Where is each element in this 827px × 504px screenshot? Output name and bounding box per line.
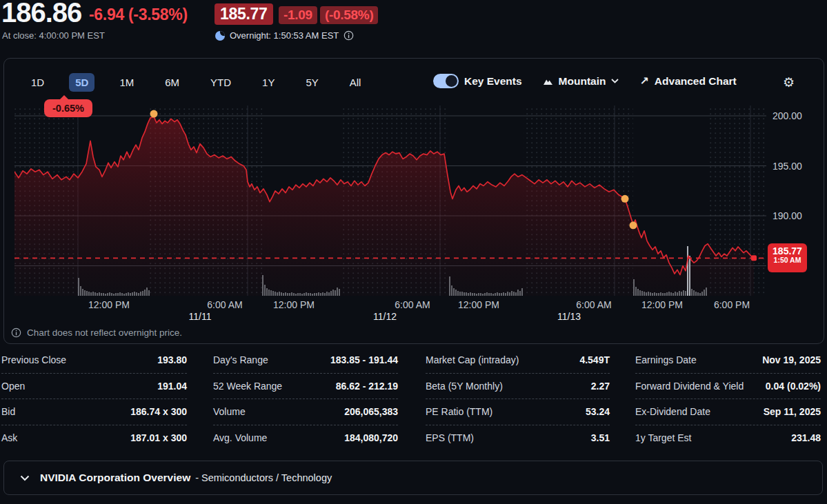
stat-label: Avg. Volume (213, 432, 267, 443)
x-axis-label: 12:00 PM (458, 299, 499, 310)
stat-value: 187.01 x 300 (130, 432, 187, 443)
stat-row-pe-ratio-ttm-: PE Ratio (TTM)53.24 (426, 399, 610, 425)
stat-row-ask: Ask187.01 x 300 (1, 425, 187, 452)
chart-footnote-text: Chart does not reflect overnight price. (27, 327, 182, 338)
regular-market-change: -6.94 (-3.58%) (89, 6, 188, 24)
x-axis-label: 6:00 AM (207, 299, 242, 310)
stat-label: Previous Close (1, 354, 66, 365)
stat-row-ex-dividend-date: Ex-Dividend DateSep 11, 2025 (635, 399, 821, 425)
at-close-time: At close: 4:00:00 PM EST (2, 30, 105, 41)
stat-label: Ex-Dividend Date (635, 406, 710, 417)
y-axis-label: 190.00 (773, 210, 802, 221)
x-axis-label: 12:00 PM (88, 299, 130, 310)
range-tab-5d[interactable]: 5D (69, 73, 94, 92)
overnight-time-label: Overnight: 1:50:53 AM EST (230, 30, 339, 41)
stat-value: 53.24 (586, 406, 610, 417)
key-events-toggle[interactable] (433, 74, 459, 88)
stat-value: 231.48 (791, 432, 821, 443)
range-tabs: 1D5D1M6MYTD1Y5YAll (25, 73, 367, 92)
stat-label: 52 Week Range (213, 381, 282, 392)
stat-row-day-s-range: Day's Range183.85 - 191.44 (213, 347, 398, 374)
stat-label: EPS (TTM) (426, 432, 474, 443)
range-tab-ytd[interactable]: YTD (204, 73, 237, 92)
last-price-marker (751, 255, 757, 261)
chart-type-dropdown[interactable]: Mountain (543, 75, 619, 88)
chart-type-label: Mountain (559, 75, 606, 88)
y-axis-label: 195.00 (773, 161, 802, 172)
stat-label: Bid (1, 406, 15, 417)
stat-row-open: Open191.04 (1, 374, 187, 400)
stat-value: 193.80 (157, 354, 187, 365)
page: 186.86 -6.94 (-3.58%) 185.77 -1.09 (-0.5… (0, 0, 827, 504)
x-axis-label: 12:00 PM (273, 299, 315, 310)
key-event-marker[interactable] (621, 195, 629, 203)
current-price: 185.77 (768, 246, 807, 256)
toggle-knob (446, 75, 457, 87)
key-event-marker[interactable] (150, 110, 158, 118)
stat-value: 186.74 x 300 (130, 406, 187, 417)
range-tab-6m[interactable]: 6M (159, 73, 186, 92)
x-axis-label: 6:00 AM (395, 299, 430, 310)
stat-row-forward-dividend-yield: Forward Dividend & Yield0.04 (0.02%) (635, 374, 821, 400)
stat-value: 191.04 (157, 381, 187, 392)
range-tab-1y[interactable]: 1Y (256, 73, 281, 92)
overnight-change: -1.09 (279, 6, 317, 24)
stat-row-1y-target-est: 1y Target Est231.48 (635, 425, 821, 452)
stat-label: Forward Dividend & Yield (635, 381, 744, 392)
stat-value: 206,065,383 (344, 406, 398, 417)
company-overview-bar[interactable]: NVIDIA Corporation Overview - Semiconduc… (3, 461, 823, 495)
stat-label: Volume (213, 406, 246, 417)
overview-subtitle: - Semiconductors / Technology (195, 472, 332, 483)
key-events-control[interactable]: Key Events (433, 74, 522, 88)
stats-column: Previous Close193.80Open191.04Bid186.74 … (1, 347, 187, 451)
stat-label: Open (1, 381, 25, 392)
price-chart-svg (14, 99, 766, 299)
advanced-chart-label: Advanced Chart (655, 75, 737, 88)
range-tab-1d[interactable]: 1D (25, 73, 50, 92)
chevron-down-icon[interactable] (20, 475, 30, 481)
stat-row-eps-ttm-: EPS (TTM)3.51 (426, 425, 610, 452)
x-axis-date-label: 11/12 (373, 311, 397, 322)
overview-title: NVIDIA Corporation Overview (40, 472, 190, 484)
stat-label: Beta (5Y Monthly) (426, 381, 503, 392)
gear-icon[interactable]: ⚙ (783, 74, 795, 90)
stats-column: Earnings DateNov 19, 2025Forward Dividen… (635, 347, 821, 451)
stat-row-avg-volume: Avg. Volume184,080,720 (213, 425, 398, 452)
x-axis-date-label: 11/11 (189, 311, 212, 322)
x-axis-date-label: 11/13 (557, 311, 581, 322)
diagonal-arrow-icon: ↗ (639, 74, 648, 88)
regular-market-price: 186.86 (1, 0, 81, 28)
stat-label: 1y Target Est (635, 432, 691, 443)
range-tab-1m[interactable]: 1M (113, 73, 140, 92)
stat-label: Ask (1, 432, 17, 443)
crescent-moon-icon (215, 31, 225, 41)
stat-value: 86.62 - 212.19 (336, 381, 398, 392)
stat-value: 3.51 (591, 432, 610, 443)
stat-value: Sep 11, 2025 (764, 406, 821, 417)
range-tab-all[interactable]: All (343, 73, 368, 92)
chart-card: 1D5D1M6MYTD1Y5YAll Key Events Mountain ↗… (3, 58, 824, 344)
current-price-tag: 185.77 1:50 AM (768, 243, 807, 272)
info-icon (11, 327, 21, 338)
info-icon[interactable] (343, 30, 354, 41)
overnight-change-percent: (-0.58%) (320, 6, 378, 24)
chevron-down-icon (611, 79, 619, 83)
chart-footnote: Chart does not reflect overnight price. (11, 327, 182, 338)
x-axis-label: 12:00 PM (641, 299, 683, 310)
y-axis-label: 200.00 (773, 110, 802, 121)
stat-row-market-cap-intraday-: Market Cap (intraday)4.549T (426, 347, 610, 374)
stat-row-52-week-range: 52 Week Range86.62 - 212.19 (213, 374, 398, 400)
stat-value: 183.85 - 191.44 (330, 354, 398, 365)
stat-row-volume: Volume206,065,383 (213, 399, 398, 425)
advanced-chart-button[interactable]: ↗ Advanced Chart (639, 74, 736, 88)
stat-value: 2.27 (591, 381, 610, 392)
price-chart-plot[interactable] (14, 99, 766, 299)
key-event-marker[interactable] (630, 221, 637, 229)
stat-row-previous-close: Previous Close193.80 (1, 347, 187, 374)
current-price-time: 1:50 AM (768, 256, 807, 265)
stat-label: PE Ratio (TTM) (426, 406, 492, 417)
stat-value: 0.04 (0.02%) (766, 381, 821, 392)
x-axis-label: 6:00 PM (714, 299, 750, 310)
stat-label: Earnings Date (635, 354, 697, 365)
range-tab-5y[interactable]: 5Y (299, 73, 324, 92)
